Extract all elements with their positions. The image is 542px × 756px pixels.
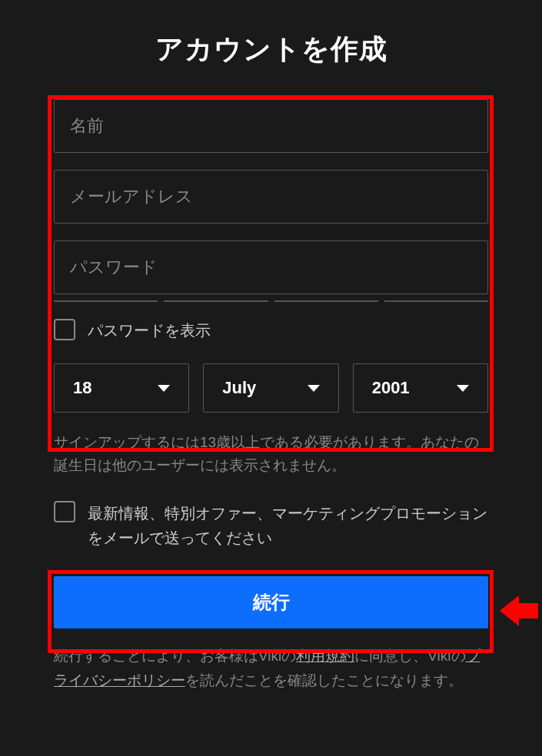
day-value: 18 <box>73 378 91 398</box>
chevron-down-icon <box>308 385 320 392</box>
terms-text: 続行することにより、お客様はVikiの利用規約に同意し、Vikiのプライバシーポ… <box>54 644 488 694</box>
chevron-down-icon <box>457 385 469 392</box>
newsletter-label: 最新情報、特別オファー、マーケティングプロモーションをメールで送ってください <box>88 501 488 550</box>
chevron-down-icon <box>158 385 170 392</box>
newsletter-checkbox[interactable] <box>54 501 75 522</box>
terms-of-service-link[interactable]: 利用規約 <box>296 648 354 664</box>
month-select[interactable]: July <box>203 363 338 413</box>
signup-form-container: アカウントを作成 パスワードを表示 18 July 2001 <box>0 0 542 724</box>
year-select[interactable]: 2001 <box>353 363 488 413</box>
year-value: 2001 <box>372 378 410 398</box>
show-password-checkbox[interactable] <box>54 319 75 340</box>
age-requirement-text: サインアップするには13歳以上である必要があります。あなたの誕生日は他のユーザー… <box>54 431 488 478</box>
page-title: アカウントを作成 <box>54 31 488 68</box>
name-input[interactable] <box>54 99 488 153</box>
show-password-label: パスワードを表示 <box>88 319 211 342</box>
password-input[interactable] <box>54 240 488 294</box>
continue-button[interactable]: 続行 <box>54 576 488 628</box>
email-input[interactable] <box>54 170 488 224</box>
annotation-arrow-icon <box>500 592 538 630</box>
month-value: July <box>222 378 256 398</box>
svg-marker-0 <box>500 595 538 626</box>
day-select[interactable]: 18 <box>54 363 189 413</box>
password-strength-indicator <box>54 300 488 302</box>
